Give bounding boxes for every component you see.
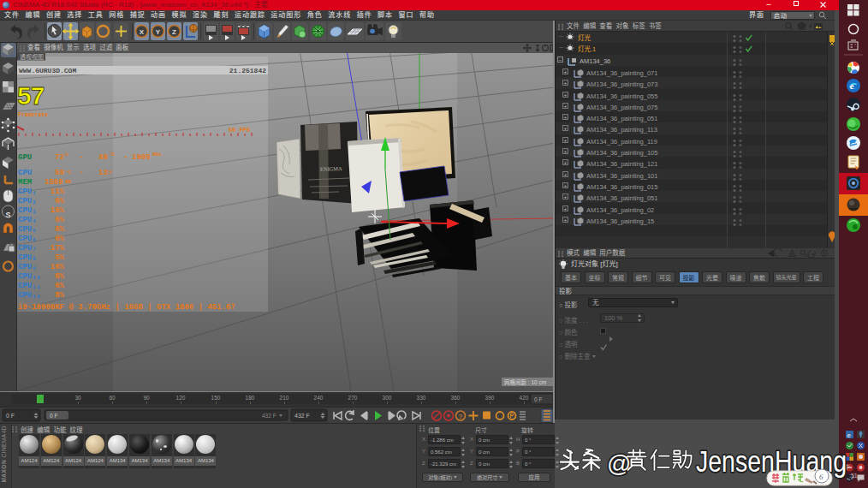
svg-text:0 F: 0 F <box>534 396 542 402</box>
svg-text:透视视图: 透视视图 <box>20 53 44 61</box>
svg-text:CPU₁₁: CPU₁₁ <box>18 282 41 290</box>
svg-text:CPU₃: CPU₃ <box>18 206 37 215</box>
svg-text:Z: Z <box>172 28 176 36</box>
svg-text:S: S <box>5 211 10 219</box>
svg-text:Y: Y <box>156 28 161 36</box>
svg-text:CPU₄: CPU₄ <box>18 216 37 224</box>
svg-text:60: 60 <box>109 395 116 401</box>
svg-text:CPU₁₂: CPU₁₂ <box>18 291 41 300</box>
svg-text:30: 30 <box>74 395 81 401</box>
svg-text:CPU₉: CPU₉ <box>18 263 37 271</box>
svg-text:CPU₁₀: CPU₁₀ <box>18 272 41 281</box>
svg-text:-: - <box>79 153 83 162</box>
svg-text:270: 270 <box>348 395 358 401</box>
svg-text:90: 90 <box>143 395 150 401</box>
svg-text:120: 120 <box>176 395 186 401</box>
svg-text:1905: 1905 <box>132 153 151 162</box>
svg-text:6%: 6% <box>55 225 64 234</box>
svg-text:1568: 1568 <box>45 178 63 187</box>
svg-text:240: 240 <box>314 395 324 401</box>
svg-text:60 FPS: 60 FPS <box>229 127 250 134</box>
svg-text:X: X <box>140 28 145 36</box>
svg-text:6%: 6% <box>55 272 64 281</box>
svg-text:6: 6 <box>819 473 823 481</box>
svg-text:5%: 5% <box>55 253 64 262</box>
svg-text:432 F: 432 F <box>262 413 276 419</box>
svg-text:@: @ <box>607 450 631 477</box>
svg-text:CPU₈: CPU₈ <box>18 253 37 262</box>
svg-text:57: 57 <box>17 81 45 110</box>
svg-text:6%: 6% <box>55 197 64 205</box>
svg-text:CPU: CPU <box>18 169 32 177</box>
svg-text:网格间距 : 10 cm: 网格间距 : 10 cm <box>504 378 546 386</box>
svg-text:16%: 16% <box>51 263 65 271</box>
svg-text:210: 210 <box>280 395 289 401</box>
svg-text:Framerate: Framerate <box>18 112 48 118</box>
svg-text:8%: 8% <box>55 291 64 300</box>
svg-text:CPU₅: CPU₅ <box>18 225 37 234</box>
svg-text:6%: 6% <box>55 282 64 290</box>
svg-text:17%: 17% <box>51 244 65 253</box>
svg-text:150: 150 <box>211 395 221 401</box>
svg-text:360: 360 <box>451 395 461 401</box>
svg-text:ENlGMA: ENlGMA <box>320 165 342 172</box>
svg-text:WWW.GURU3D.COM: WWW.GURU3D.COM <box>19 67 76 74</box>
svg-text:GPU: GPU <box>18 153 32 162</box>
svg-text:59: 59 <box>55 169 64 177</box>
svg-text:MB: MB <box>65 179 72 185</box>
svg-text:°C: °C <box>65 170 72 176</box>
svg-text:6%: 6% <box>55 235 64 243</box>
svg-text:300: 300 <box>383 395 392 401</box>
svg-text:CPU₂: CPU₂ <box>18 197 37 205</box>
svg-text:?: ? <box>459 413 463 420</box>
svg-text:CPU₁: CPU₁ <box>18 187 37 196</box>
svg-text:48: 48 <box>98 153 108 162</box>
svg-text:0 F: 0 F <box>50 413 57 419</box>
svg-text:MHz: MHz <box>152 152 162 158</box>
svg-text:P: P <box>510 413 514 419</box>
svg-text:°C: °C <box>109 152 116 158</box>
svg-text:390: 390 <box>485 395 495 401</box>
svg-text:e: e <box>850 80 854 91</box>
svg-text:21.251842: 21.251842 <box>229 67 266 74</box>
svg-text:MEM: MEM <box>18 178 32 187</box>
svg-text:6%: 6% <box>55 216 64 224</box>
svg-text:11%: 11% <box>51 187 65 196</box>
svg-text:330: 330 <box>417 395 426 401</box>
svg-text:%: % <box>65 152 68 158</box>
svg-text:%: % <box>109 170 112 176</box>
svg-text:72: 72 <box>55 153 64 162</box>
svg-text:13: 13 <box>98 169 108 177</box>
svg-text:-: - <box>79 169 83 177</box>
svg-text:-: - <box>123 153 128 162</box>
svg-text:432 F: 432 F <box>294 413 310 419</box>
svg-text:180: 180 <box>246 395 255 401</box>
svg-text:i9-10900KF @ 3.70GHz | 16GB |: i9-10900KF @ 3.70GHz | 16GB | GTX 1660 |… <box>18 303 235 312</box>
svg-text:0 F: 0 F <box>6 413 15 419</box>
svg-text:16%: 16% <box>51 206 65 215</box>
svg-text:420: 420 <box>520 395 529 401</box>
svg-text:CPU₇: CPU₇ <box>18 244 37 253</box>
svg-text:CPU₆: CPU₆ <box>18 235 37 243</box>
